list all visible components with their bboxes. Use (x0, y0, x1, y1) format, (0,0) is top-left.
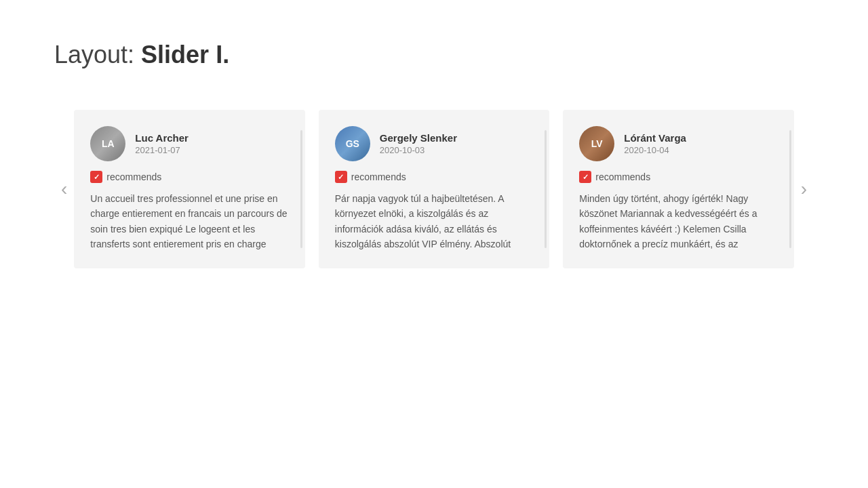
page-wrapper: Layout: Slider I. ‹ Luc Archer 2021-01-0… (0, 0, 868, 309)
avatar-lorant (579, 126, 614, 161)
reviewer-header: Luc Archer 2021-01-07 (90, 126, 288, 161)
scroll-bar[interactable] (300, 130, 302, 248)
review-card-luc: Luc Archer 2021-01-07 recommends Un accu… (74, 110, 304, 268)
reviewer-header: Gergely Slenker 2020-10-03 (335, 126, 533, 161)
avatar-gergely (335, 126, 370, 161)
recommends-text: recommends (106, 171, 161, 182)
next-arrow-button[interactable]: › (794, 171, 814, 207)
slides-wrapper: Luc Archer 2021-01-07 recommends Un accu… (74, 110, 793, 268)
reviewer-name: Gergely Slenker (380, 132, 457, 144)
page-title: Layout: Slider I. (54, 41, 814, 69)
reviewer-date: 2020-10-04 (624, 145, 686, 155)
recommends-badge: recommends (90, 171, 288, 183)
slider-container: ‹ Luc Archer 2021-01-07 recommends Un ac… (54, 110, 814, 268)
reviewer-name: Luc Archer (135, 132, 189, 144)
recommends-badge: recommends (579, 171, 777, 183)
title-bold: Slider I. (141, 41, 229, 68)
reviewer-date: 2020-10-03 (380, 145, 457, 155)
review-text: Un accueil tres professionnel et une pri… (90, 191, 288, 252)
recommends-icon (335, 171, 347, 183)
reviewer-date: 2021-01-07 (135, 145, 189, 155)
review-card-lorant: Lóránt Varga 2020-10-04 recommends Minde… (563, 110, 793, 268)
reviewer-header: Lóránt Varga 2020-10-04 (579, 126, 777, 161)
reviewer-info: Luc Archer 2021-01-07 (135, 132, 189, 155)
scroll-bar[interactable] (545, 130, 547, 248)
prev-arrow-button[interactable]: ‹ (54, 171, 74, 207)
reviewer-info: Gergely Slenker 2020-10-03 (380, 132, 457, 155)
review-text: Pár napja vagyok túl a hajbeültetésen. A… (335, 191, 533, 252)
review-card-gergely: Gergely Slenker 2020-10-03 recommends Pá… (319, 110, 549, 268)
review-text: Minden úgy történt, ahogy ígérték! Nagy … (579, 191, 777, 252)
scroll-bar[interactable] (789, 130, 791, 248)
avatar-luc (90, 126, 125, 161)
recommends-badge: recommends (335, 171, 533, 183)
reviewer-info: Lóránt Varga 2020-10-04 (624, 132, 686, 155)
title-prefix: Layout: (54, 41, 141, 68)
recommends-text: recommends (595, 171, 650, 182)
recommends-icon (579, 171, 591, 183)
reviewer-name: Lóránt Varga (624, 132, 686, 144)
recommends-icon (90, 171, 102, 183)
recommends-text: recommends (351, 171, 406, 182)
